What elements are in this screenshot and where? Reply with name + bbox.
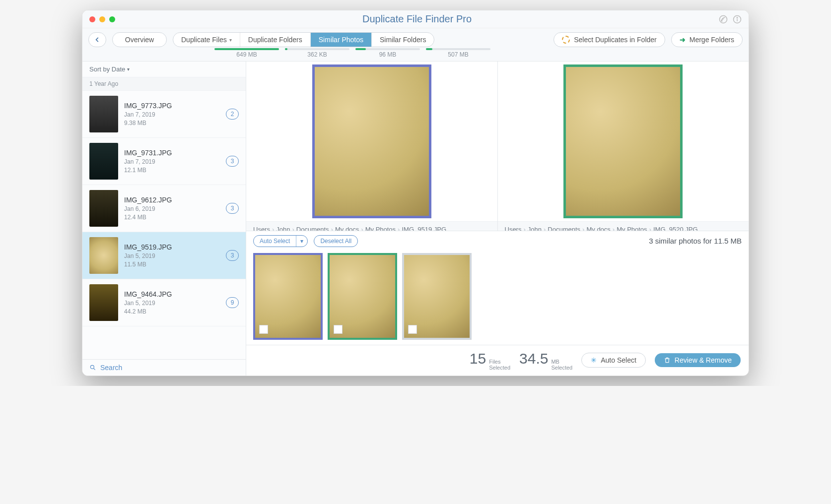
tab-similar-folders[interactable]: Similar Folders bbox=[372, 33, 434, 47]
content-area: Users›John›Documents›My docs›My Photos›I… bbox=[246, 62, 749, 376]
breadcrumb-left[interactable]: Users›John›Documents›My docs›My Photos›I… bbox=[246, 221, 497, 231]
file-list[interactable]: IMG_9773.JPG Jan 7, 2019 9.38 MB 2 IMG_9… bbox=[82, 91, 246, 359]
svg-point-5 bbox=[90, 365, 94, 369]
tab-duplicate-folders[interactable]: Duplicate Folders bbox=[240, 33, 311, 47]
info-icon[interactable] bbox=[733, 15, 742, 24]
category-segmented-control: Duplicate Files▾ Duplicate Folders Simil… bbox=[173, 32, 434, 47]
file-date: Jan 7, 2019 bbox=[124, 158, 220, 165]
file-name: IMG_9731.JPG bbox=[124, 149, 220, 157]
file-size: 9.38 MB bbox=[124, 120, 220, 126]
search-icon bbox=[89, 364, 96, 371]
file-size: 12.1 MB bbox=[124, 167, 220, 174]
main-toolbar: Overview Duplicate Files▾ Duplicate Fold… bbox=[82, 28, 749, 47]
group-header: 1 Year Ago bbox=[82, 77, 246, 91]
count-badge: 3 bbox=[226, 203, 239, 214]
files-selected-stat: 15 FilesSelected bbox=[470, 350, 510, 371]
svg-point-4 bbox=[737, 17, 738, 18]
preview-image-left[interactable] bbox=[312, 64, 431, 218]
svg-point-1 bbox=[721, 20, 722, 21]
chevron-down-icon: ▾ bbox=[127, 66, 130, 72]
list-item[interactable]: IMG_9773.JPG Jan 7, 2019 9.38 MB 2 bbox=[82, 91, 246, 138]
count-badge: 3 bbox=[226, 156, 239, 167]
chevron-down-icon: ▾ bbox=[296, 236, 307, 247]
file-size: 12.4 MB bbox=[124, 214, 220, 221]
footer-auto-select-button[interactable]: ✳ Auto Select bbox=[581, 353, 646, 368]
svg-line-6 bbox=[94, 369, 95, 370]
app-title: Duplicate File Finder Pro bbox=[115, 13, 719, 25]
select-duplicates-in-folder-button[interactable]: Select Duplicates in Folder bbox=[554, 32, 665, 47]
file-date: Jan 7, 2019 bbox=[124, 111, 220, 118]
sort-dropdown[interactable]: Sort by Date ▾ bbox=[82, 62, 246, 77]
file-name: IMG_9612.JPG bbox=[124, 196, 220, 204]
merge-folders-button[interactable]: ➜ Merge Folders bbox=[671, 32, 743, 47]
window-controls bbox=[89, 16, 115, 22]
preview-pane-right: Users›John›Documents›My docs›My Photos›I… bbox=[498, 62, 749, 231]
tab-similar-photos[interactable]: Similar Photos bbox=[311, 33, 372, 47]
file-name: IMG_9773.JPG bbox=[124, 102, 220, 110]
thumbnail bbox=[89, 237, 118, 274]
footer: 15 FilesSelected 34.5 MBSelected ✳ Auto … bbox=[246, 345, 749, 376]
file-date: Jan 6, 2019 bbox=[124, 205, 220, 212]
count-badge: 9 bbox=[226, 297, 239, 308]
close-window-button[interactable] bbox=[89, 16, 95, 22]
list-item[interactable]: IMG_9519.JPG Jan 5, 2019 11.5 MB 3 bbox=[82, 232, 246, 279]
rss-icon[interactable] bbox=[719, 15, 728, 24]
thumbnail bbox=[89, 96, 118, 132]
similar-thumbnail[interactable] bbox=[253, 253, 323, 340]
category-size-bars: 649 MB 362 KB 96 MB 507 MB bbox=[82, 47, 749, 62]
select-checkbox[interactable] bbox=[259, 325, 268, 334]
minimize-window-button[interactable] bbox=[99, 16, 105, 22]
breadcrumb-right[interactable]: Users›John›Documents›My docs›My Photos›I… bbox=[498, 221, 749, 231]
similar-summary: 3 similar photos for 11.5 MB bbox=[649, 237, 742, 245]
list-item[interactable]: IMG_9612.JPG Jan 6, 2019 12.4 MB 3 bbox=[82, 185, 246, 232]
thumbnail bbox=[89, 143, 118, 180]
target-icon bbox=[562, 36, 570, 44]
search-field[interactable]: Search bbox=[82, 359, 246, 376]
preview-image-right[interactable] bbox=[563, 64, 683, 218]
file-size: 11.5 MB bbox=[124, 261, 220, 268]
tab-duplicate-files[interactable]: Duplicate Files▾ bbox=[173, 33, 240, 47]
maximize-window-button[interactable] bbox=[109, 16, 115, 22]
auto-select-dropdown[interactable]: Auto Select ▾ bbox=[253, 235, 308, 247]
select-checkbox[interactable] bbox=[408, 325, 417, 334]
list-item[interactable]: IMG_9731.JPG Jan 7, 2019 12.1 MB 3 bbox=[82, 138, 246, 185]
review-and-remove-button[interactable]: Review & Remove bbox=[655, 353, 741, 367]
trash-icon bbox=[664, 357, 671, 364]
file-name: IMG_9519.JPG bbox=[124, 243, 220, 251]
select-checkbox[interactable] bbox=[334, 325, 343, 334]
selection-toolbar: Auto Select ▾ Deselect All 3 similar pho… bbox=[246, 231, 749, 251]
file-name: IMG_9464.JPG bbox=[124, 290, 220, 298]
similar-thumbnail[interactable] bbox=[328, 253, 397, 340]
deselect-all-button[interactable]: Deselect All bbox=[314, 235, 358, 247]
preview-pane-left: Users›John›Documents›My docs›My Photos›I… bbox=[246, 62, 498, 231]
titlebar: Duplicate File Finder Pro bbox=[82, 10, 749, 28]
similar-thumbnail[interactable] bbox=[402, 253, 472, 340]
sparkle-icon: ✳ bbox=[591, 356, 597, 364]
thumbnail bbox=[89, 284, 118, 321]
chevron-down-icon: ▾ bbox=[229, 37, 232, 43]
app-window: Duplicate File Finder Pro Overview Dupli… bbox=[82, 10, 749, 376]
similar-thumbnails bbox=[246, 251, 749, 345]
overview-button[interactable]: Overview bbox=[112, 32, 167, 47]
size-selected-stat: 34.5 MBSelected bbox=[519, 350, 572, 371]
count-badge: 2 bbox=[226, 109, 239, 120]
thumbnail bbox=[89, 190, 118, 227]
preview-row: Users›John›Documents›My docs›My Photos›I… bbox=[246, 62, 749, 231]
merge-icon: ➜ bbox=[680, 36, 686, 44]
file-date: Jan 5, 2019 bbox=[124, 252, 220, 259]
file-size: 44.2 MB bbox=[124, 308, 220, 315]
back-button[interactable] bbox=[88, 32, 106, 47]
list-item[interactable]: IMG_9464.JPG Jan 5, 2019 44.2 MB 9 bbox=[82, 279, 246, 326]
file-date: Jan 5, 2019 bbox=[124, 300, 220, 307]
count-badge: 3 bbox=[226, 250, 239, 261]
sidebar: Sort by Date ▾ 1 Year Ago IMG_9773.JPG J… bbox=[82, 62, 246, 376]
